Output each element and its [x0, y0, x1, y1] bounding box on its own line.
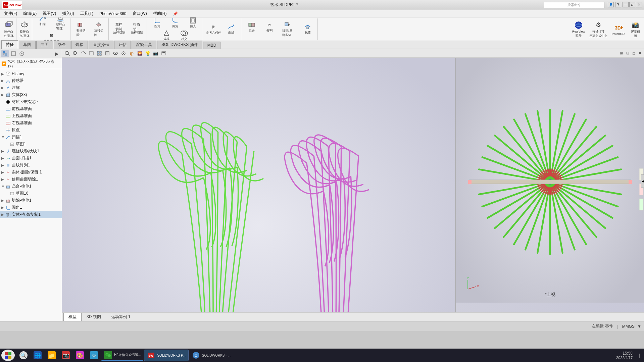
close-btn[interactable]: ✕: [636, 2, 642, 7]
intersect-btn[interactable]: 相交: [176, 29, 193, 41]
config-manager-icon[interactable]: [18, 50, 26, 57]
menu-item-tools[interactable]: 工具(T): [78, 10, 96, 17]
units-dropdown[interactable]: ▼: [637, 324, 641, 329]
tree-item-origin[interactable]: ▶ 原点: [0, 126, 62, 134]
camera-btn[interactable]: 📷: [152, 50, 159, 57]
start-button[interactable]: [1, 350, 15, 361]
rotate-view-btn[interactable]: [80, 50, 87, 57]
tree-item-surface-sweep1[interactable]: ▶ 曲面-扫描1: [0, 155, 62, 162]
menu-item-edit[interactable]: 编辑(E): [20, 10, 39, 17]
tree-item-sweep1[interactable]: ▼ 扫描1: [0, 134, 62, 141]
extrude-cut-btn[interactable]: 扫描切除: [72, 21, 90, 38]
fillet-btn[interactable]: 圆角: [149, 17, 166, 29]
tab-direct[interactable]: 直接操框: [89, 41, 113, 49]
tree-item-surface-cut1[interactable]: ▶ ✂ 使用曲面切除1: [0, 176, 62, 183]
revolve-cut-btn[interactable]: 旋转切除: [90, 21, 107, 38]
feature-tree-icon[interactable]: [1, 50, 9, 57]
normal-view-btn[interactable]: ⊞: [618, 50, 624, 57]
viewport-close-btn[interactable]: ✕: [637, 50, 643, 57]
viewport-right[interactable]: X Y *上视: [456, 58, 644, 312]
taskbar-photos[interactable]: 📷: [59, 350, 72, 361]
taskbar-wechat[interactable]: H:\微信公众号\0...: [101, 350, 143, 361]
taskbar-explorer[interactable]: 📁: [45, 350, 58, 361]
move-body-btn[interactable]: 移动/复制实体: [279, 21, 296, 38]
tab-weldments[interactable]: 焊接: [71, 41, 88, 49]
combine-btn[interactable]: 组合: [243, 21, 260, 38]
menu-item-view[interactable]: 视图(V): [40, 10, 59, 17]
maximize-btn[interactable]: □: [629, 2, 635, 7]
taskbar-search[interactable]: 🔍: [17, 350, 30, 361]
menu-item-file[interactable]: 文件(F): [1, 10, 20, 17]
show-desktop-btn[interactable]: |: [636, 350, 643, 361]
curves-btn[interactable]: 曲线: [222, 23, 240, 35]
taskbar-chrome[interactable]: SOLIDWORKS - ...: [189, 350, 233, 361]
tab-sheetmetal[interactable]: 钣金: [54, 41, 70, 49]
extrude-boss-btn[interactable]: 拉伸凸台/基体: [2, 19, 15, 39]
taskbar-lightroom[interactable]: 🎨: [73, 350, 87, 361]
dimetric-arrow[interactable]: ▶: [53, 50, 60, 57]
screenshot-btn[interactable]: 📸 屏幕截图: [628, 19, 643, 39]
zoom-to-fit-btn[interactable]: [63, 50, 71, 57]
tree-item-sketch16[interactable]: ▶ 草图16: [0, 190, 62, 197]
tree-item-sensors[interactable]: ▶ 传感器: [0, 77, 62, 84]
instant3d-btn[interactable]: 3D Instant3D: [610, 22, 627, 36]
menu-item-insert[interactable]: 插入(I): [59, 10, 77, 17]
tree-item-material[interactable]: ▶ 材质 <未指定>: [0, 98, 62, 105]
hide-show-btn[interactable]: [112, 50, 119, 57]
tab-motion-study[interactable]: 运动算例 1: [106, 313, 136, 321]
menu-item-help[interactable]: 帮助(H): [150, 10, 169, 17]
view-settings-btn[interactable]: [120, 50, 127, 57]
revolve-boss-btn[interactable]: 旋转凸台/基体: [18, 19, 31, 39]
tree-item-move-copy1[interactable]: ▶ 实体-移动/复制1: [0, 211, 62, 218]
viewport-left[interactable]: X Y Z: [62, 58, 456, 312]
search-box[interactable]: 搜索命令: [544, 2, 604, 8]
tab-evaluate[interactable]: 评估: [114, 41, 131, 49]
split-viewport-btn[interactable]: ⊟: [625, 50, 631, 57]
taskbar-solidworks[interactable]: SW SOLIDWORKS P...: [144, 350, 188, 361]
split-btn[interactable]: ✂ 分割: [261, 21, 278, 38]
tab-sketch[interactable]: 草图: [19, 41, 36, 49]
section-view-btn[interactable]: [88, 50, 95, 57]
tab-model[interactable]: 模型: [63, 313, 82, 321]
tree-item-right-plane[interactable]: ▶ 右视基准面: [0, 119, 62, 126]
wrap-btn[interactable]: 包覆: [299, 23, 316, 35]
sweep-btn[interactable]: 扫描: [34, 17, 51, 31]
tree-item-curve-pattern1[interactable]: ▶ ⊞ 曲线阵列1: [0, 162, 62, 169]
loft-btn[interactable]: 放样凸/基体: [52, 17, 69, 31]
draft-btn[interactable]: 拔模: [158, 29, 175, 41]
minimize-btn[interactable]: —: [623, 2, 629, 7]
tree-item-fillet1[interactable]: ▶ 圆角1: [0, 204, 62, 211]
tab-render[interactable]: 渲染工具: [132, 41, 156, 49]
tree-item-front-plane[interactable]: ▶ 前视基准面: [0, 105, 62, 112]
property-manager-icon[interactable]: [10, 50, 17, 57]
tree-item-history[interactable]: ▶ History: [0, 70, 62, 77]
tab-mbd[interactable]: MBD: [203, 42, 221, 49]
ref-geometry-btn[interactable]: 参 参考几何体: [205, 23, 222, 35]
tab-solidworks-addins[interactable]: SOLIDWORKS 插件: [157, 41, 202, 49]
tab-surface[interactable]: 曲面: [36, 41, 53, 49]
help-icon[interactable]: ?: [615, 2, 621, 7]
boundary-btn[interactable]: ⊡ 边界凸/基体: [43, 32, 60, 41]
scenes-btn[interactable]: 🌄: [136, 50, 143, 57]
tab-feature[interactable]: 特征: [1, 40, 18, 49]
taskbar-browser[interactable]: 🌐: [31, 350, 44, 361]
display-style-btn[interactable]: [104, 50, 111, 57]
tree-item-boss-extrude1[interactable]: ▼ 凸台-拉伸1: [0, 183, 62, 190]
tree-item-top-plane[interactable]: ▶ 上视基准面: [0, 112, 62, 119]
lights-btn[interactable]: 💡: [144, 50, 151, 57]
loft-cut-btn[interactable]: 放样切制 放样切制: [110, 23, 128, 35]
zoom-area-btn[interactable]: [71, 50, 79, 57]
design-checker-btn[interactable]: ⚙ 待设计可用英文成中文: [588, 19, 608, 39]
menu-item-window[interactable]: 窗口(W): [130, 10, 150, 17]
tree-item-annotations[interactable]: ▶ A 注解: [0, 84, 62, 91]
chamfer-btn[interactable]: 倒角: [166, 17, 184, 29]
tree-item-helix1[interactable]: ▶ 螺旋线/涡状线1: [0, 148, 62, 155]
shell-btn[interactable]: 抽壳: [184, 17, 202, 29]
tree-item-cut-extrude1[interactable]: ▶ 切除-拉伸1: [0, 197, 62, 204]
view-orientation-btn[interactable]: [96, 50, 103, 57]
tree-item-delete-body1[interactable]: ▶ ✂ 实体-删除/保留 1: [0, 169, 62, 176]
display-manager-btn[interactable]: [160, 50, 167, 57]
taskbar-settings[interactable]: ⚙: [87, 350, 101, 361]
tree-item-sketch1[interactable]: ▶ 草图1: [0, 141, 62, 148]
realview-btn[interactable]: RealView图形: [570, 20, 587, 38]
